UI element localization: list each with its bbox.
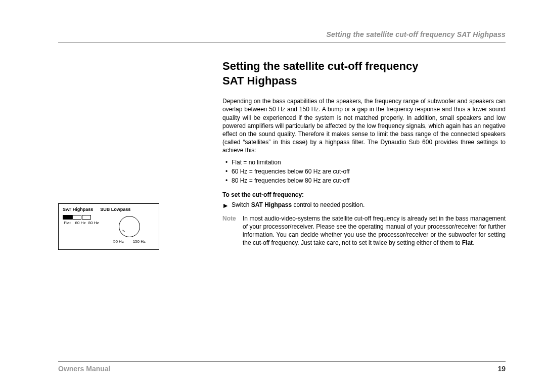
procedure-step: ▶ Switch SAT Highpass control to needed …	[222, 201, 506, 208]
header-rule: Setting the satellite cut-off frequency …	[58, 30, 506, 43]
lowpass-knob: 50 Hz 150 Hz	[114, 216, 145, 244]
running-header: Setting the satellite cut-off frequency …	[58, 30, 506, 38]
note-label: Note	[222, 214, 243, 247]
page-number: 19	[497, 365, 506, 373]
knob-icon	[119, 216, 140, 237]
procedure-heading: To set the cut-off frequency:	[222, 191, 506, 198]
page-footer: Owners Manual 19	[58, 361, 506, 373]
bullet-list: Flat = no limitation 60 Hz = frequencies…	[222, 158, 506, 185]
intro-paragraph: Depending on the bass capabilities of th…	[222, 97, 506, 154]
side-column: SAT Highpass SUB Lowpass Flat 60 Hz 80 H…	[58, 59, 222, 247]
note-block: Note In most audio-video-systems the sat…	[222, 214, 506, 247]
diagram-label-sat: SAT Highpass	[63, 207, 93, 212]
list-item: 60 Hz = frequencies below 60 Hz are cut-…	[222, 167, 506, 176]
control-panel-diagram: SAT Highpass SUB Lowpass Flat 60 Hz 80 H…	[58, 203, 159, 250]
main-column: Setting the satellite cut-off frequency …	[222, 59, 506, 247]
section-heading: Setting the satellite cut-off frequency …	[222, 59, 465, 88]
footer-label: Owners Manual	[58, 365, 110, 373]
list-item: 80 Hz = frequencies below 80 Hz are cut-…	[222, 176, 506, 185]
list-item: Flat = no limitation	[222, 158, 506, 167]
triangle-icon: ▶	[223, 202, 228, 209]
diagram-label-sub: SUB Lowpass	[100, 207, 130, 212]
note-text: In most audio-video-systems the satellit…	[243, 214, 506, 247]
